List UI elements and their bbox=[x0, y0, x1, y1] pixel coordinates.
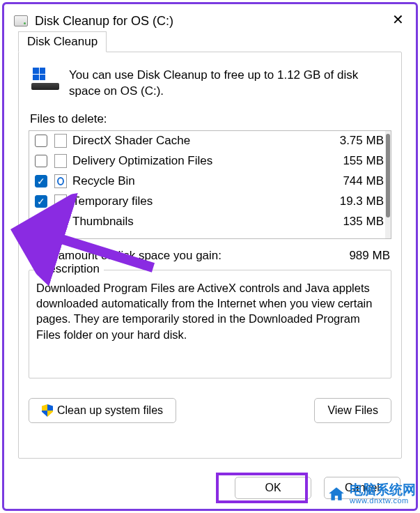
titlebar: Disk Cleanup for OS (C:) ✕ bbox=[4, 4, 416, 35]
intro-block: You can use Disk Cleanup to free up to 1… bbox=[31, 68, 391, 100]
file-name: Delivery Optimization Files bbox=[72, 154, 321, 168]
total-value: 989 MB bbox=[349, 249, 390, 263]
file-size: 744 MB bbox=[321, 174, 384, 188]
shield-icon bbox=[42, 404, 53, 417]
cleanup-icon bbox=[31, 68, 59, 93]
files-to-delete-label: Files to delete: bbox=[30, 112, 391, 126]
watermark: 电脑系统网 www.dnxtw.com bbox=[326, 483, 416, 505]
file-icon bbox=[54, 134, 67, 148]
list-item[interactable]: DirectX Shader Cache3.75 MB bbox=[29, 131, 391, 151]
file-size: 3.75 MB bbox=[321, 134, 384, 148]
file-size: 19.3 MB bbox=[321, 194, 384, 208]
close-icon[interactable]: ✕ bbox=[389, 13, 406, 29]
recycle-bin-icon bbox=[54, 174, 67, 188]
house-icon bbox=[326, 485, 347, 503]
file-size: 155 MB bbox=[321, 154, 384, 168]
file-icon bbox=[54, 154, 67, 168]
checkbox[interactable] bbox=[35, 155, 47, 167]
drive-icon bbox=[14, 15, 28, 26]
annotation-highlight bbox=[216, 473, 308, 503]
cleanup-system-files-button[interactable]: Clean up system files bbox=[29, 398, 176, 423]
list-item[interactable]: Delivery Optimization Files155 MB bbox=[29, 151, 391, 171]
dialog-window: Disk Cleanup for OS (C:) ✕ Disk Cleanup … bbox=[2, 2, 418, 511]
watermark-text-url: www.dnxtw.com bbox=[350, 496, 416, 505]
intro-text: You can use Disk Cleanup to free up to 1… bbox=[69, 68, 391, 100]
watermark-text-cn: 电脑系统网 bbox=[350, 483, 416, 496]
svg-line-0 bbox=[36, 189, 153, 309]
checkbox[interactable]: ✓ bbox=[35, 195, 47, 208]
view-files-button[interactable]: View Files bbox=[314, 398, 391, 423]
file-name: DirectX Shader Cache bbox=[72, 134, 321, 148]
checkbox[interactable] bbox=[35, 135, 47, 147]
checkbox[interactable]: ✓ bbox=[35, 175, 47, 187]
window-title: Disk Cleanup for OS (C:) bbox=[35, 14, 389, 29]
tab-disk-cleanup[interactable]: Disk Cleanup bbox=[18, 31, 107, 52]
action-row: Clean up system files View Files bbox=[29, 398, 391, 423]
file-size: 135 MB bbox=[321, 215, 384, 229]
scrollbar[interactable] bbox=[385, 131, 391, 238]
